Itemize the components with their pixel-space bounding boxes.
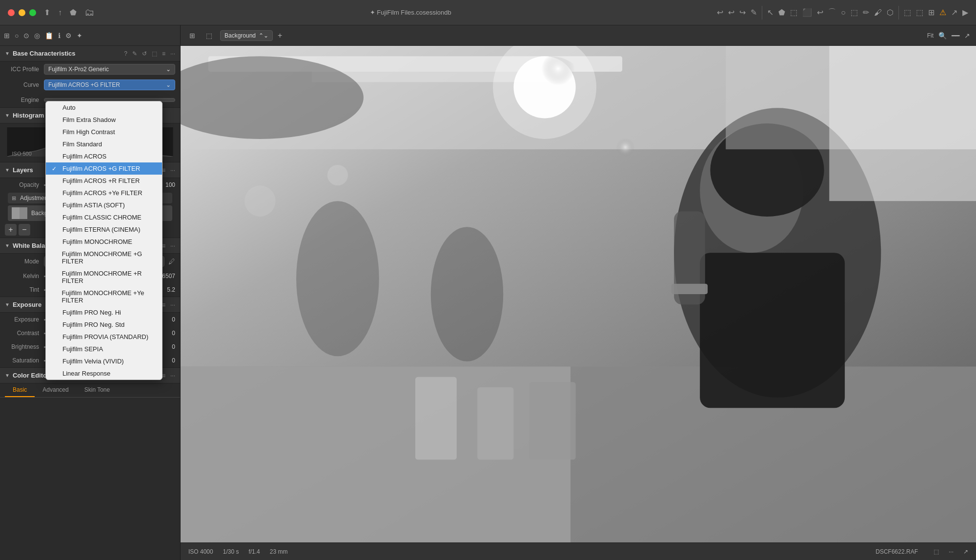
dropdown-item-velvia[interactable]: Fujifilm Velvia (VIVID) xyxy=(46,355,162,367)
bc-help-icon[interactable]: ? xyxy=(124,50,127,57)
dropdown-item-film-high-contrast[interactable]: Film High Contrast xyxy=(46,126,162,138)
status-bar: ISO 4000 1/30 s f/1.4 23 mm DSCF6622.RAF… xyxy=(181,542,976,560)
ce-more-icon[interactable]: ··· xyxy=(170,372,175,379)
base-characteristics-header[interactable]: ▼ Base Characteristics ? ✎ ↺ ⬚ ≡ ··· xyxy=(0,46,180,61)
background-layer-thumb xyxy=(12,207,27,219)
status-icon-box[interactable]: ⬚ xyxy=(934,548,939,555)
panel-target-icon[interactable]: ⊙ xyxy=(23,32,29,40)
view-single-btn[interactable]: ⬚ xyxy=(203,30,215,41)
play-icon[interactable]: ▶ xyxy=(962,8,968,17)
wb-list-icon[interactable]: ≡ xyxy=(162,242,165,249)
undo-icon[interactable]: ↩ xyxy=(717,8,723,17)
undo2-icon[interactable]: ↩ xyxy=(728,8,734,17)
curve-select[interactable]: Fujifilm ACROS +G FILTER ⌄ xyxy=(44,80,175,90)
dropdown-item-pro-neg-hi[interactable]: Fujifilm PRO Neg. Hi xyxy=(46,306,162,319)
dropdown-item-astia[interactable]: Fujifilm ASTIA (SOFT) xyxy=(46,199,162,211)
bc-more-icon[interactable]: ··· xyxy=(170,50,175,57)
main-layout: ⊞ ○ ⊙ ◎ 📋 ℹ ⚙ ✦ ▼ Base Characteristics ?… xyxy=(0,25,976,560)
layout2-icon[interactable]: ⬚ xyxy=(916,8,923,17)
dropdown-item-linear[interactable]: Linear Response xyxy=(46,367,162,380)
panel-list-icon[interactable]: 📋 xyxy=(45,32,53,40)
camera-icon[interactable]: ⬟ xyxy=(70,8,77,17)
edit-icon[interactable]: ✎ xyxy=(751,8,757,17)
dropdown-label-classic-chrome: Fujifilm CLASSIC CHROME xyxy=(62,214,142,221)
add-layer-content-btn[interactable]: + xyxy=(278,31,282,40)
panel-grid-icon[interactable]: ⊞ xyxy=(4,32,10,40)
tool3-icon[interactable]: ⬛ xyxy=(802,8,812,17)
photo-svg xyxy=(181,46,976,542)
dropdown-item-monochrome-ye[interactable]: Fujifilm MONOCHROME +Ye FILTER xyxy=(46,287,162,306)
wb-more-icon[interactable]: ··· xyxy=(170,242,175,249)
ce-list-icon[interactable]: ≡ xyxy=(162,372,165,379)
icc-profile-select[interactable]: Fujifilm X-Pro2 Generic ⌄ xyxy=(44,64,175,75)
dropdown-item-fujifilm-acros[interactable]: Fujifilm ACROS xyxy=(46,150,162,162)
dropdown-item-fujifilm-acros-r[interactable]: Fujifilm ACROS +R FILTER xyxy=(46,175,162,187)
bc-reset-icon[interactable]: ↺ xyxy=(142,50,147,57)
add-layer-button[interactable]: + xyxy=(5,224,17,236)
panel-info-icon[interactable]: ℹ xyxy=(58,32,61,40)
wb-picker-btn[interactable]: 🖊 xyxy=(168,258,175,265)
search-content-icon[interactable]: 🔍 xyxy=(938,32,947,40)
layout3-icon[interactable]: ⊞ xyxy=(928,8,935,17)
tab-advanced[interactable]: Advanced xyxy=(35,383,76,397)
svg-text:ISO 500: ISO 500 xyxy=(12,151,32,157)
upload-icon[interactable]: ⬆ xyxy=(44,8,50,17)
layers-more-icon[interactable]: ··· xyxy=(170,167,175,174)
tool9-icon[interactable]: 🖌 xyxy=(874,8,882,17)
base-characteristics-title: Base Characteristics xyxy=(13,50,124,57)
redo-icon[interactable]: ↪ xyxy=(739,8,746,17)
dropdown-item-sepia[interactable]: Fujifilm SEPIA xyxy=(46,343,162,355)
exp-list-icon[interactable]: ≡ xyxy=(162,301,165,308)
panel-ring-icon[interactable]: ◎ xyxy=(34,32,40,40)
dropdown-item-eterna[interactable]: Fujifilm ETERNA (CINEMA) xyxy=(46,223,162,236)
tool1-icon[interactable]: ⬟ xyxy=(778,8,785,17)
tool6-icon[interactable]: ○ xyxy=(841,8,846,17)
bc-copy-icon[interactable]: ⬚ xyxy=(152,50,157,57)
minimize-button[interactable] xyxy=(19,9,25,16)
tool7-icon[interactable]: ⬚ xyxy=(851,8,858,17)
tab-skin-tone[interactable]: Skin Tone xyxy=(77,383,118,397)
tab-basic[interactable]: Basic xyxy=(5,383,35,397)
bc-menu-icon[interactable]: ≡ xyxy=(162,50,165,57)
view-grid-btn[interactable]: ⊞ xyxy=(186,30,198,41)
dropdown-item-monochrome-r[interactable]: Fujifilm MONOCHROME +R FILTER xyxy=(46,267,162,287)
tool2-icon[interactable]: ⬚ xyxy=(790,8,797,17)
dropdown-item-fujifilm-acros-g[interactable]: ✓ Fujifilm ACROS +G FILTER xyxy=(46,162,162,175)
exp-more-icon[interactable]: ··· xyxy=(170,301,175,308)
dropdown-label-fujifilm-acros-r: Fujifilm ACROS +R FILTER xyxy=(62,177,140,184)
tool5-icon[interactable]: ⌒ xyxy=(828,7,836,18)
panel-circle-icon[interactable]: ○ xyxy=(15,32,19,40)
dropdown-label-eterna: Fujifilm ETERNA (CINEMA) xyxy=(62,226,141,233)
layout1-icon[interactable]: ⬚ xyxy=(904,8,911,17)
panel-gear-icon[interactable]: ⚙ xyxy=(65,32,72,40)
dropdown-item-film-extra-shadow[interactable]: Film Extra Shadow xyxy=(46,114,162,126)
brightness-label: Brightness xyxy=(5,343,44,350)
dropdown-item-pro-neg-std[interactable]: Fujifilm PRO Neg. Std xyxy=(46,319,162,331)
dropdown-item-film-standard[interactable]: Film Standard xyxy=(46,138,162,150)
warn-icon[interactable]: ⚠ xyxy=(939,8,946,17)
dropdown-item-monochrome-g[interactable]: Fujifilm MONOCHROME +G FILTER xyxy=(46,248,162,267)
tool4-icon[interactable]: ↩ xyxy=(817,8,823,17)
layer-select[interactable]: Background ⌃⌄ xyxy=(220,30,273,41)
dropdown-item-auto[interactable]: Auto xyxy=(46,101,162,114)
share-icon[interactable]: ↑ xyxy=(58,8,62,17)
expand-icon[interactable]: ↗ xyxy=(951,8,957,17)
bc-edit-icon[interactable]: ✎ xyxy=(132,50,137,57)
fullscreen-content-icon[interactable]: ↗ xyxy=(964,32,970,40)
close-button[interactable] xyxy=(8,9,15,16)
dropdown-item-provia[interactable]: Fujifilm PROVIA (STANDARD) xyxy=(46,331,162,343)
zoom-slider-icon[interactable]: ━━ xyxy=(952,32,959,40)
status-icon-dots[interactable]: ··· xyxy=(949,548,954,555)
dropdown-item-fujifilm-acros-ye[interactable]: Fujifilm ACROS +Ye FILTER xyxy=(46,187,162,199)
layers-list-icon[interactable]: ≡ xyxy=(162,167,165,174)
fullscreen-button[interactable] xyxy=(29,9,36,16)
status-icon-expand[interactable]: ↗ xyxy=(963,548,968,555)
folder-icon[interactable]: 🗂 xyxy=(84,7,94,18)
cursor-icon[interactable]: ↖ xyxy=(767,8,773,17)
panel-star-icon[interactable]: ✦ xyxy=(77,32,82,40)
tool8-icon[interactable]: ✏ xyxy=(863,8,869,17)
tool10-icon[interactable]: ⬡ xyxy=(887,8,894,17)
dropdown-item-classic-chrome[interactable]: Fujifilm CLASSIC CHROME xyxy=(46,211,162,223)
remove-layer-button[interactable]: − xyxy=(19,224,30,236)
dropdown-item-monochrome[interactable]: Fujifilm MONOCHROME xyxy=(46,236,162,248)
